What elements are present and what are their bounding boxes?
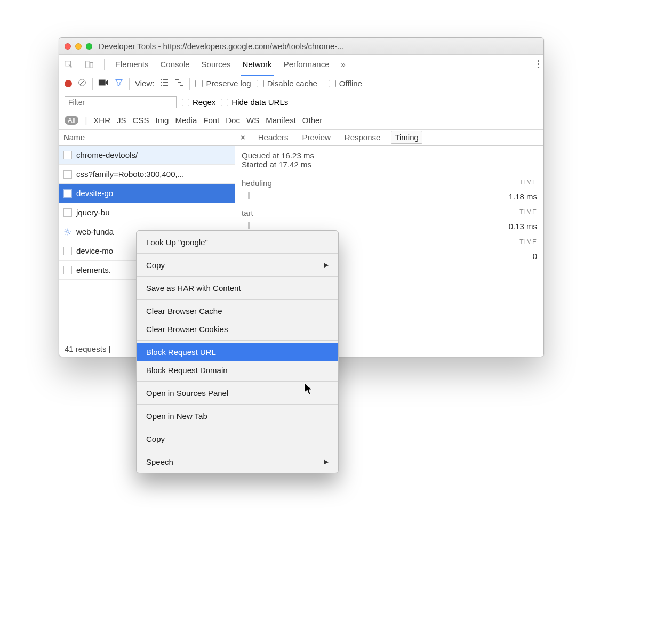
type-doc[interactable]: Doc (226, 116, 240, 125)
tab-elements[interactable]: Elements (114, 58, 150, 71)
tab-network[interactable]: Network (242, 58, 273, 71)
preserve-log-checkbox[interactable]: Preserve log (195, 79, 251, 88)
type-js[interactable]: JS (117, 116, 126, 125)
tab-response[interactable]: Response (341, 131, 384, 143)
ctx-separator (137, 450, 338, 450)
ctx-clear-cache[interactable]: Clear Browser Cache (137, 302, 338, 320)
chevron-right-icon: ▶ (324, 458, 329, 465)
tab-sources[interactable]: Sources (201, 58, 232, 71)
filter-input[interactable] (65, 96, 177, 108)
request-name: jquery-bu (76, 208, 110, 217)
ctx-separator (137, 276, 338, 277)
context-menu: Look Up "google" Copy▶ Save as HAR with … (136, 230, 339, 473)
request-row[interactable]: css?family=Roboto:300,400,... (59, 165, 235, 184)
camera-icon[interactable] (98, 78, 109, 88)
start-label: tart (242, 208, 253, 217)
file-icon (63, 266, 72, 274)
ctx-separator (137, 404, 338, 405)
clear-icon[interactable] (77, 78, 87, 89)
regex-label: Regex (193, 98, 215, 107)
file-icon (63, 151, 72, 159)
ctx-separator (137, 381, 338, 382)
cursor-icon (304, 383, 314, 395)
disable-cache-checkbox[interactable]: Disable cache (257, 79, 317, 88)
device-toggle-icon[interactable] (84, 59, 94, 70)
divider (129, 78, 130, 90)
view-list-icon[interactable] (159, 79, 169, 88)
ctx-save-har[interactable]: Save as HAR with Content (137, 279, 338, 297)
tab-performance[interactable]: Performance (283, 58, 331, 71)
view-waterfall-icon[interactable] (174, 79, 184, 88)
type-manifest[interactable]: Manifest (266, 116, 296, 125)
ctx-look-up[interactable]: Look Up "google" (137, 233, 338, 251)
ctx-separator (137, 427, 338, 427)
divider (104, 59, 105, 70)
request-row[interactable]: devsite-go (59, 184, 235, 203)
gear-icon (63, 228, 72, 236)
offline-label: Offline (339, 79, 362, 88)
request-row[interactable]: jquery-bu (59, 203, 235, 222)
zoom-window-button[interactable] (86, 43, 92, 50)
status-text: 41 requests | (65, 344, 110, 353)
ctx-block-domain[interactable]: Block Request Domain (137, 361, 338, 379)
divider (92, 78, 93, 90)
svg-rect-2 (90, 62, 93, 68)
network-toolbar: View: Preserve log Disable cache Offline (59, 74, 543, 93)
tab-timing[interactable]: Timing (391, 131, 422, 144)
svg-point-5 (67, 230, 69, 233)
ctx-block-url[interactable]: Block Request URL (137, 343, 338, 361)
ctx-open-new-tab[interactable]: Open in New Tab (137, 407, 338, 425)
record-button[interactable] (65, 80, 72, 87)
started-text: Started at 17.42 ms (242, 160, 537, 169)
time-caption: TIME (519, 208, 537, 217)
time-caption: TIME (519, 179, 537, 188)
minimize-window-button[interactable] (75, 43, 82, 50)
preserve-log-label: Preserve log (206, 79, 251, 88)
details-tabs: × Headers Preview Response Timing (235, 130, 543, 146)
file-icon (63, 189, 72, 198)
request-row[interactable]: chrome-devtools/ (59, 146, 235, 165)
ctx-clear-cookies[interactable]: Clear Browser Cookies (137, 320, 338, 338)
type-all[interactable]: All (65, 116, 78, 125)
column-header[interactable]: Name (59, 130, 235, 146)
request-name: devsite-go (76, 189, 113, 198)
type-xhr[interactable]: XHR (93, 116, 110, 125)
start-value: 0.13 ms (509, 222, 537, 231)
ctx-copy[interactable]: Copy (137, 430, 338, 448)
scheduling-value: 1.18 ms (509, 192, 537, 201)
resource-type-row: All | XHR JS CSS Img Media Font Doc WS M… (59, 111, 543, 130)
timing-bar (248, 192, 502, 199)
tab-headers[interactable]: Headers (255, 131, 292, 143)
hide-data-urls-checkbox[interactable]: Hide data URLs (221, 98, 288, 107)
tab-preview[interactable]: Preview (299, 131, 333, 143)
tab-console[interactable]: Console (159, 58, 191, 71)
kebab-menu-icon[interactable] (538, 60, 539, 68)
type-img[interactable]: Img (155, 116, 169, 125)
chevron-right-icon: ▶ (324, 261, 329, 269)
tab-overflow[interactable]: » (340, 58, 347, 71)
timing-bar (248, 222, 502, 229)
ctx-speech-submenu[interactable]: Speech▶ (137, 453, 338, 471)
type-css[interactable]: CSS (133, 116, 149, 125)
type-ws[interactable]: WS (246, 116, 259, 125)
devtools-tabbar: Elements Console Sources Network Perform… (59, 55, 543, 74)
filter-icon[interactable] (114, 78, 124, 89)
disable-cache-label: Disable cache (267, 79, 317, 88)
ctx-separator (137, 340, 338, 341)
close-icon[interactable]: × (238, 133, 247, 142)
type-font[interactable]: Font (203, 116, 219, 125)
inspect-icon[interactable] (63, 59, 74, 70)
queued-text: Queued at 16.23 ms (242, 151, 537, 160)
close-window-button[interactable] (65, 43, 71, 50)
regex-checkbox[interactable]: Regex (182, 98, 215, 107)
time-caption: TIME (519, 238, 537, 247)
window-title: Developer Tools - https://developers.goo… (99, 42, 344, 51)
file-icon (63, 208, 72, 217)
svg-rect-4 (99, 80, 106, 86)
request-name: device-mo (76, 246, 113, 255)
type-media[interactable]: Media (175, 116, 197, 125)
svg-rect-1 (86, 61, 89, 68)
ctx-copy-submenu[interactable]: Copy▶ (137, 256, 338, 274)
offline-checkbox[interactable]: Offline (329, 79, 362, 88)
type-other[interactable]: Other (302, 116, 323, 125)
